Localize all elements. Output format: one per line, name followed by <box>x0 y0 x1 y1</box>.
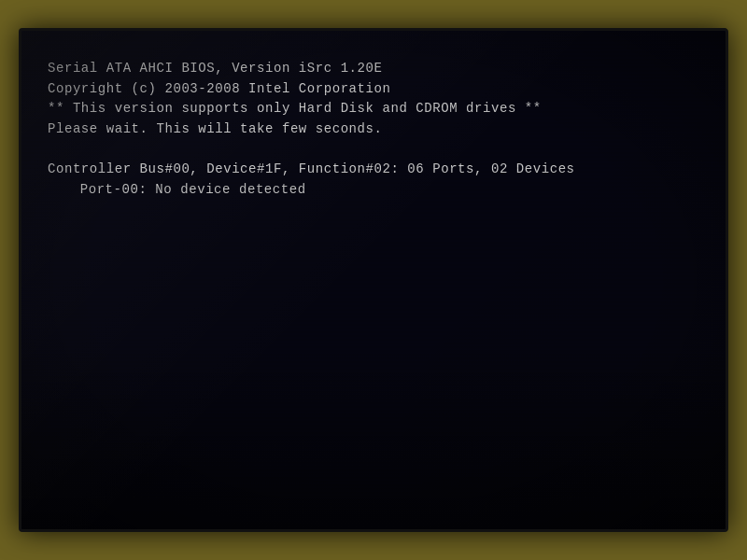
bios-controller-line: Controller Bus#00, Device#1F, Function#0… <box>48 160 699 180</box>
bios-line-2: Copyright (c) 2003-2008 Intel Corporatio… <box>48 79 699 100</box>
bios-line-1: Serial ATA AHCI BIOS, Version iSrc 1.20E <box>48 59 699 79</box>
bios-blank-line <box>48 140 699 161</box>
bios-port-line: Port-00: No device detected <box>48 180 699 201</box>
bios-screen: Serial ATA AHCI BIOS, Version iSrc 1.20E… <box>21 31 726 529</box>
bios-line-4: Please wait. This will take few seconds. <box>48 119 699 140</box>
monitor-frame: Serial ATA AHCI BIOS, Version iSrc 1.20E… <box>19 28 728 532</box>
bios-line-3: ** This version supports only Hard Disk … <box>48 99 699 119</box>
